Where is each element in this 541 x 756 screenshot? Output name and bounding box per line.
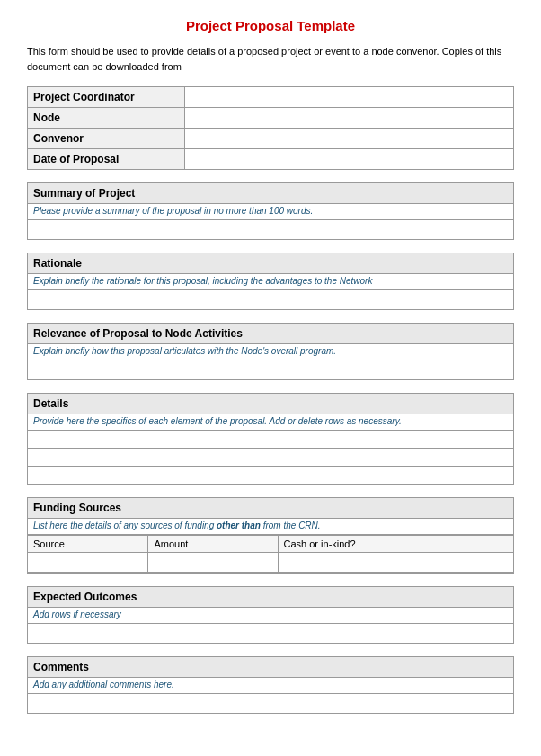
funding-section: Funding Sources List here the details of… bbox=[27, 497, 514, 574]
funding-table: Source Amount Cash or in-kind? bbox=[28, 535, 513, 573]
rationale-content[interactable] bbox=[28, 289, 513, 309]
rationale-heading: Rationale bbox=[28, 253, 513, 274]
convenor-value[interactable] bbox=[185, 129, 513, 148]
comments-heading: Comments bbox=[28, 657, 513, 678]
details-subtext: Provide here the specifics of each eleme… bbox=[28, 414, 513, 430]
relevance-content[interactable] bbox=[28, 360, 513, 379]
funding-data-row bbox=[28, 553, 513, 573]
funding-subtext: List here the details of any sources of … bbox=[28, 519, 513, 534]
project-coordinator-value[interactable] bbox=[185, 87, 513, 107]
outcomes-section: Expected Outcomes Add rows if necessary bbox=[27, 586, 514, 644]
funding-subtext-post: from the CRN. bbox=[261, 520, 321, 530]
relevance-heading: Relevance of Proposal to Node Activities bbox=[28, 324, 513, 344]
funding-col-cash: Cash or in-kind? bbox=[278, 536, 513, 553]
node-value[interactable] bbox=[185, 108, 513, 128]
details-section: Details Provide here the specifics of ea… bbox=[27, 393, 514, 485]
intro-text: This form should be used to provide deta… bbox=[27, 44, 514, 74]
convenor-row: Convenor bbox=[28, 129, 513, 149]
summary-subtext: Please provide a summary of the proposal… bbox=[28, 204, 513, 219]
rationale-section: Rationale Explain briefly the rationale … bbox=[27, 253, 514, 310]
comments-subtext: Add any additional comments here. bbox=[28, 678, 513, 693]
funding-subtext-pre: List here the details of any sources of … bbox=[33, 520, 217, 530]
funding-table-container: Source Amount Cash or in-kind? bbox=[28, 534, 513, 573]
funding-column-headers: Source Amount Cash or in-kind? bbox=[28, 536, 513, 553]
relevance-subtext: Explain briefly how this proposal articu… bbox=[28, 344, 513, 360]
funding-cash-cell[interactable] bbox=[278, 553, 513, 573]
node-label: Node bbox=[28, 108, 185, 128]
node-row: Node bbox=[28, 108, 513, 129]
project-coordinator-label: Project Coordinator bbox=[28, 87, 185, 107]
date-of-proposal-value[interactable] bbox=[185, 149, 513, 169]
comments-section: Comments Add any additional comments her… bbox=[27, 656, 514, 714]
funding-amount-cell[interactable] bbox=[148, 553, 278, 573]
date-of-proposal-label: Date of Proposal bbox=[28, 149, 185, 169]
outcomes-subtext: Add rows if necessary bbox=[28, 608, 513, 623]
funding-heading: Funding Sources bbox=[28, 498, 513, 519]
outcomes-heading: Expected Outcomes bbox=[28, 587, 513, 608]
details-row-1[interactable] bbox=[28, 430, 513, 448]
project-coordinator-row: Project Coordinator bbox=[28, 87, 513, 108]
funding-source-cell[interactable] bbox=[28, 553, 148, 573]
info-section: Project Coordinator Node Convenor Date o… bbox=[27, 86, 514, 170]
details-heading: Details bbox=[28, 394, 513, 414]
details-row-3[interactable] bbox=[28, 466, 513, 484]
summary-content[interactable] bbox=[28, 219, 513, 239]
page-title: Project Proposal Template bbox=[27, 18, 514, 33]
date-of-proposal-row: Date of Proposal bbox=[28, 149, 513, 169]
rationale-subtext: Explain briefly the rationale for this p… bbox=[28, 274, 513, 289]
details-row-2[interactable] bbox=[28, 448, 513, 466]
outcomes-content[interactable] bbox=[28, 623, 513, 643]
funding-subtext-bold: other than bbox=[217, 520, 261, 530]
relevance-section: Relevance of Proposal to Node Activities… bbox=[27, 323, 514, 380]
funding-col-amount: Amount bbox=[148, 536, 278, 553]
comments-content[interactable] bbox=[28, 693, 513, 713]
convenor-label: Convenor bbox=[28, 129, 185, 148]
funding-col-source: Source bbox=[28, 536, 148, 553]
summary-section: Summary of Project Please provide a summ… bbox=[27, 182, 514, 240]
summary-heading: Summary of Project bbox=[28, 183, 513, 204]
